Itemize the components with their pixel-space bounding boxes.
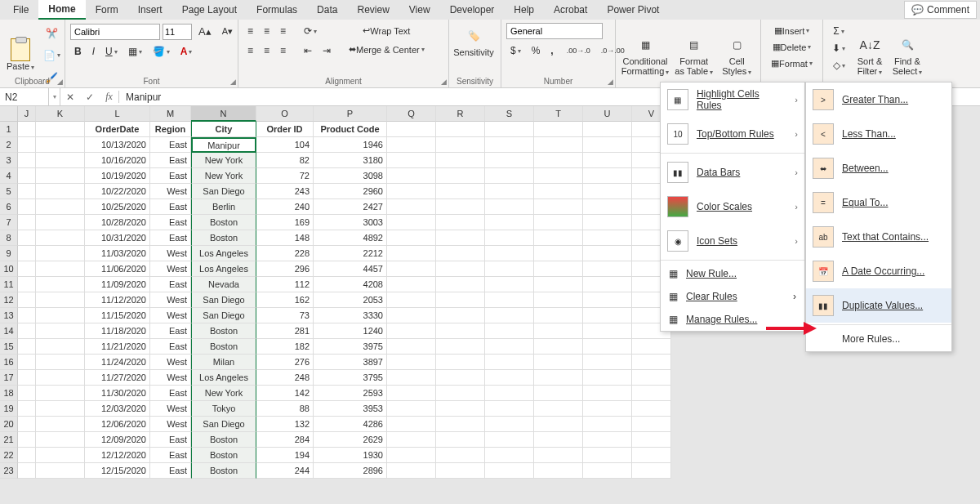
cell[interactable]: East: [150, 137, 191, 153]
cell[interactable]: 284: [256, 432, 314, 448]
cell[interactable]: [436, 386, 485, 401]
cell[interactable]: 11/21/2020: [85, 339, 150, 355]
ribbon-tab-view[interactable]: View: [399, 1, 440, 19]
cell[interactable]: [583, 199, 632, 215]
greater-than-item[interactable]: >Greater Than...: [806, 83, 951, 117]
cell[interactable]: [632, 463, 671, 479]
row-header[interactable]: 7: [0, 215, 18, 230]
cell[interactable]: [485, 199, 534, 215]
cell[interactable]: [436, 261, 485, 277]
cell[interactable]: [632, 448, 671, 463]
cell[interactable]: 244: [256, 463, 314, 479]
cell[interactable]: [534, 184, 583, 199]
top-bottom-rules-item[interactable]: 10Top/Bottom Rules›: [661, 117, 804, 151]
cell[interactable]: [36, 261, 85, 277]
cell[interactable]: [387, 355, 436, 370]
cell[interactable]: 10/13/2020: [85, 137, 150, 153]
cell[interactable]: [534, 386, 583, 401]
cell[interactable]: 4208: [314, 277, 387, 292]
cell[interactable]: 182: [256, 339, 314, 355]
cell[interactable]: [583, 153, 632, 168]
cell[interactable]: San Diego: [191, 308, 256, 323]
align-middle-button[interactable]: ≡: [260, 23, 274, 39]
cell[interactable]: [387, 230, 436, 246]
cell[interactable]: [632, 339, 671, 355]
cell[interactable]: [485, 215, 534, 230]
cell[interactable]: 10/31/2020: [85, 230, 150, 246]
duplicate-values-item[interactable]: ▮▮Duplicate Values...: [806, 288, 951, 323]
between-item[interactable]: ⬌Between...: [806, 151, 951, 185]
cell[interactable]: [436, 277, 485, 292]
increase-font-button[interactable]: A▴: [194, 23, 216, 40]
cell[interactable]: [485, 339, 534, 355]
cell[interactable]: [632, 370, 671, 386]
cell[interactable]: West: [150, 292, 191, 308]
cell[interactable]: 2593: [314, 386, 387, 401]
ribbon-tab-page-layout[interactable]: Page Layout: [172, 1, 247, 19]
cell[interactable]: 12/09/2020: [85, 432, 150, 448]
ribbon-tab-data[interactable]: Data: [307, 1, 347, 19]
cell[interactable]: 142: [256, 386, 314, 401]
copy-button[interactable]: 📄▾: [39, 47, 65, 64]
clear-rules-item[interactable]: ▦Clear Rules›: [661, 285, 804, 308]
cell[interactable]: [387, 246, 436, 261]
cell[interactable]: [36, 153, 85, 168]
cell[interactable]: 194: [256, 448, 314, 463]
align-bottom-button[interactable]: ≡: [276, 23, 290, 39]
cell[interactable]: [534, 448, 583, 463]
cell[interactable]: 3953: [314, 401, 387, 417]
cell[interactable]: [534, 277, 583, 292]
cell[interactable]: [18, 137, 36, 153]
delete-cells-button[interactable]: ▦ Delete▾: [766, 39, 817, 55]
row-header[interactable]: 15: [0, 339, 18, 355]
orientation-button[interactable]: ⟳▾: [300, 23, 321, 39]
select-all-corner[interactable]: [0, 106, 18, 122]
sort-filter-button[interactable]: A↓Z Sort & Filter▾: [853, 23, 887, 87]
cell[interactable]: [436, 323, 485, 339]
row-header[interactable]: 16: [0, 355, 18, 370]
cell[interactable]: West: [150, 184, 191, 199]
cell[interactable]: [534, 230, 583, 246]
cell[interactable]: Boston: [191, 448, 256, 463]
cell[interactable]: Boston: [191, 432, 256, 448]
cell[interactable]: [18, 246, 36, 261]
text-contains-item[interactable]: abText that Contains...: [806, 220, 951, 254]
cell[interactable]: [36, 215, 85, 230]
decrease-indent-button[interactable]: ⇤: [300, 42, 316, 59]
comma-format-button[interactable]: ,: [546, 42, 557, 59]
column-header-Q[interactable]: Q: [387, 106, 436, 122]
row-header[interactable]: 11: [0, 277, 18, 292]
cancel-formula-button[interactable]: ✕: [60, 91, 80, 103]
cell[interactable]: 3098: [314, 168, 387, 184]
data-bars-item[interactable]: ▮▮Data Bars›: [661, 155, 804, 190]
number-launcher-icon[interactable]: ◢: [608, 78, 613, 86]
cell[interactable]: West: [150, 417, 191, 432]
increase-decimal-button[interactable]: .00→.0: [563, 44, 595, 57]
cell[interactable]: [36, 122, 85, 137]
cell[interactable]: [18, 199, 36, 215]
cell[interactable]: [36, 230, 85, 246]
align-top-button[interactable]: ≡: [243, 23, 257, 39]
cell[interactable]: [18, 339, 36, 355]
cell[interactable]: [534, 339, 583, 355]
cell[interactable]: [583, 432, 632, 448]
cell[interactable]: 2960: [314, 184, 387, 199]
cell[interactable]: [485, 277, 534, 292]
cell[interactable]: [387, 323, 436, 339]
decrease-font-button[interactable]: A▾: [218, 24, 237, 39]
row-header[interactable]: 6: [0, 199, 18, 215]
cell[interactable]: 2629: [314, 432, 387, 448]
cell[interactable]: [36, 448, 85, 463]
cell[interactable]: East: [150, 199, 191, 215]
cell[interactable]: [36, 292, 85, 308]
cell[interactable]: West: [150, 370, 191, 386]
clear-button[interactable]: ◇▾: [828, 57, 849, 74]
cell[interactable]: 11/15/2020: [85, 308, 150, 323]
cell[interactable]: West: [150, 246, 191, 261]
cell[interactable]: 10/16/2020: [85, 153, 150, 168]
cell[interactable]: [534, 432, 583, 448]
cell[interactable]: West: [150, 261, 191, 277]
cell[interactable]: [583, 417, 632, 432]
cell[interactable]: [534, 215, 583, 230]
cell[interactable]: [436, 463, 485, 479]
